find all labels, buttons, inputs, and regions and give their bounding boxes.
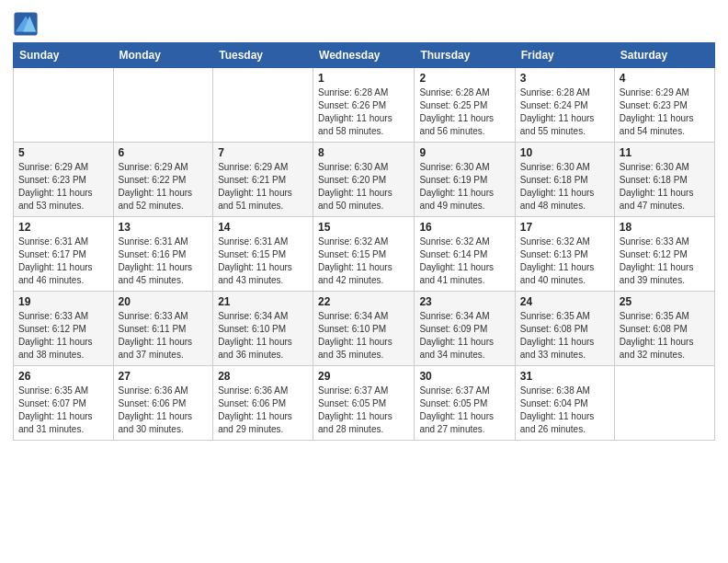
day-cell: 15Sunrise: 6:32 AMSunset: 6:15 PMDayligh… [313, 217, 415, 292]
day-info: Sunrise: 6:29 AMSunset: 6:22 PMDaylight:… [119, 161, 209, 213]
weekday-header-row: SundayMondayTuesdayWednesdayThursdayFrid… [14, 43, 715, 68]
day-cell: 31Sunrise: 6:38 AMSunset: 6:04 PMDayligh… [515, 366, 614, 441]
day-info: Sunrise: 6:28 AMSunset: 6:26 PMDaylight:… [318, 86, 409, 138]
week-row-4: 19Sunrise: 6:33 AMSunset: 6:12 PMDayligh… [14, 292, 715, 366]
day-info: Sunrise: 6:28 AMSunset: 6:25 PMDaylight:… [419, 86, 509, 138]
day-info: Sunrise: 6:35 AMSunset: 6:08 PMDaylight:… [520, 310, 609, 362]
day-info: Sunrise: 6:29 AMSunset: 6:21 PMDaylight:… [218, 161, 308, 213]
day-cell: 27Sunrise: 6:36 AMSunset: 6:06 PMDayligh… [113, 366, 213, 441]
day-cell: 30Sunrise: 6:37 AMSunset: 6:05 PMDayligh… [415, 366, 515, 441]
day-info: Sunrise: 6:30 AMSunset: 6:20 PMDaylight:… [318, 161, 409, 213]
day-number: 30 [419, 370, 509, 383]
weekday-header-tuesday: Tuesday [213, 43, 313, 68]
day-cell: 26Sunrise: 6:35 AMSunset: 6:07 PMDayligh… [14, 366, 114, 441]
day-number: 12 [18, 221, 108, 234]
weekday-header-wednesday: Wednesday [313, 43, 415, 68]
day-number: 11 [620, 146, 710, 159]
day-cell: 19Sunrise: 6:33 AMSunset: 6:12 PMDayligh… [14, 292, 114, 366]
day-info: Sunrise: 6:29 AMSunset: 6:23 PMDaylight:… [18, 161, 108, 213]
day-number: 24 [520, 295, 609, 308]
weekday-header-saturday: Saturday [614, 43, 714, 68]
day-info: Sunrise: 6:31 AMSunset: 6:17 PMDaylight:… [18, 236, 108, 287]
day-cell: 4Sunrise: 6:29 AMSunset: 6:23 PMDaylight… [614, 68, 714, 143]
day-number: 3 [520, 72, 609, 85]
day-cell [614, 366, 714, 441]
day-number: 23 [419, 295, 509, 308]
day-cell: 7Sunrise: 6:29 AMSunset: 6:21 PMDaylight… [213, 143, 313, 217]
day-cell: 16Sunrise: 6:32 AMSunset: 6:14 PMDayligh… [415, 217, 515, 292]
week-row-2: 5Sunrise: 6:29 AMSunset: 6:23 PMDaylight… [14, 143, 715, 217]
week-row-3: 12Sunrise: 6:31 AMSunset: 6:17 PMDayligh… [14, 217, 715, 292]
day-cell: 3Sunrise: 6:28 AMSunset: 6:24 PMDaylight… [515, 68, 614, 143]
logo [13, 13, 40, 37]
day-cell: 14Sunrise: 6:31 AMSunset: 6:15 PMDayligh… [213, 217, 313, 292]
day-info: Sunrise: 6:35 AMSunset: 6:08 PMDaylight:… [620, 310, 710, 362]
weekday-header-friday: Friday [515, 43, 614, 68]
day-number: 6 [119, 146, 209, 159]
day-cell [113, 68, 213, 143]
day-info: Sunrise: 6:36 AMSunset: 6:06 PMDaylight:… [119, 385, 209, 436]
day-info: Sunrise: 6:30 AMSunset: 6:18 PMDaylight:… [620, 161, 710, 213]
header [13, 9, 715, 37]
day-info: Sunrise: 6:33 AMSunset: 6:11 PMDaylight:… [119, 310, 209, 362]
day-cell: 28Sunrise: 6:36 AMSunset: 6:06 PMDayligh… [213, 366, 313, 441]
day-number: 21 [218, 295, 308, 308]
day-number: 9 [419, 146, 509, 159]
day-number: 17 [520, 221, 609, 234]
day-cell: 22Sunrise: 6:34 AMSunset: 6:10 PMDayligh… [313, 292, 415, 366]
day-info: Sunrise: 6:31 AMSunset: 6:15 PMDaylight:… [218, 236, 308, 287]
day-number: 5 [18, 146, 108, 159]
day-cell: 9Sunrise: 6:30 AMSunset: 6:19 PMDaylight… [415, 143, 515, 217]
day-number: 29 [318, 370, 409, 383]
day-info: Sunrise: 6:30 AMSunset: 6:18 PMDaylight:… [520, 161, 609, 213]
weekday-header-monday: Monday [113, 43, 213, 68]
day-cell: 23Sunrise: 6:34 AMSunset: 6:09 PMDayligh… [415, 292, 515, 366]
day-number: 20 [119, 295, 209, 308]
day-number: 25 [620, 295, 710, 308]
day-cell: 29Sunrise: 6:37 AMSunset: 6:05 PMDayligh… [313, 366, 415, 441]
day-number: 22 [318, 295, 409, 308]
day-cell: 2Sunrise: 6:28 AMSunset: 6:25 PMDaylight… [415, 68, 515, 143]
day-number: 4 [620, 72, 710, 85]
day-cell: 18Sunrise: 6:33 AMSunset: 6:12 PMDayligh… [614, 217, 714, 292]
day-info: Sunrise: 6:30 AMSunset: 6:19 PMDaylight:… [419, 161, 509, 213]
day-info: Sunrise: 6:33 AMSunset: 6:12 PMDaylight:… [620, 236, 710, 287]
day-number: 8 [318, 146, 409, 159]
day-number: 28 [218, 370, 308, 383]
day-cell: 1Sunrise: 6:28 AMSunset: 6:26 PMDaylight… [313, 68, 415, 143]
day-number: 26 [18, 370, 108, 383]
day-cell: 24Sunrise: 6:35 AMSunset: 6:08 PMDayligh… [515, 292, 614, 366]
day-cell: 8Sunrise: 6:30 AMSunset: 6:20 PMDaylight… [313, 143, 415, 217]
day-number: 16 [419, 221, 509, 234]
week-row-1: 1Sunrise: 6:28 AMSunset: 6:26 PMDaylight… [14, 68, 715, 143]
day-info: Sunrise: 6:34 AMSunset: 6:10 PMDaylight:… [318, 310, 409, 362]
day-cell: 11Sunrise: 6:30 AMSunset: 6:18 PMDayligh… [614, 143, 714, 217]
day-cell: 5Sunrise: 6:29 AMSunset: 6:23 PMDaylight… [14, 143, 114, 217]
day-info: Sunrise: 6:32 AMSunset: 6:13 PMDaylight:… [520, 236, 609, 287]
day-number: 31 [520, 370, 609, 383]
day-number: 18 [620, 221, 710, 234]
calendar: SundayMondayTuesdayWednesdayThursdayFrid… [13, 42, 715, 441]
weekday-header-thursday: Thursday [415, 43, 515, 68]
day-info: Sunrise: 6:28 AMSunset: 6:24 PMDaylight:… [520, 86, 609, 138]
day-cell [14, 68, 114, 143]
day-info: Sunrise: 6:34 AMSunset: 6:09 PMDaylight:… [419, 310, 509, 362]
day-number: 15 [318, 221, 409, 234]
page: SundayMondayTuesdayWednesdayThursdayFrid… [0, 0, 728, 563]
day-number: 19 [18, 295, 108, 308]
day-cell: 20Sunrise: 6:33 AMSunset: 6:11 PMDayligh… [113, 292, 213, 366]
day-info: Sunrise: 6:38 AMSunset: 6:04 PMDaylight:… [520, 385, 609, 436]
day-info: Sunrise: 6:29 AMSunset: 6:23 PMDaylight:… [620, 86, 710, 138]
day-number: 10 [520, 146, 609, 159]
day-cell: 21Sunrise: 6:34 AMSunset: 6:10 PMDayligh… [213, 292, 313, 366]
day-cell: 12Sunrise: 6:31 AMSunset: 6:17 PMDayligh… [14, 217, 114, 292]
day-cell: 10Sunrise: 6:30 AMSunset: 6:18 PMDayligh… [515, 143, 614, 217]
day-number: 7 [218, 146, 308, 159]
weekday-header-sunday: Sunday [14, 43, 114, 68]
day-cell: 17Sunrise: 6:32 AMSunset: 6:13 PMDayligh… [515, 217, 614, 292]
day-info: Sunrise: 6:34 AMSunset: 6:10 PMDaylight:… [218, 310, 308, 362]
day-info: Sunrise: 6:32 AMSunset: 6:15 PMDaylight:… [318, 236, 409, 287]
day-info: Sunrise: 6:35 AMSunset: 6:07 PMDaylight:… [18, 385, 108, 436]
day-number: 14 [218, 221, 308, 234]
logo-icon [13, 11, 39, 37]
